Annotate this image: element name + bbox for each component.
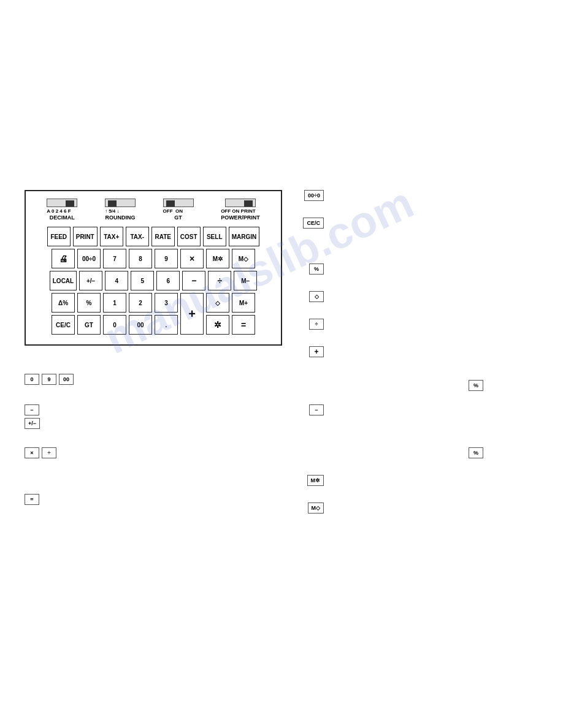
ref-right-percent-button[interactable]: % (309, 264, 324, 275)
plus-minus-button[interactable]: +/− (79, 271, 102, 290)
ref-right-cec: CE/C (303, 218, 324, 229)
00div0-button[interactable]: 00÷0 (77, 249, 101, 268)
ref-right-divide-button[interactable]: ÷ (309, 319, 324, 330)
switch-rounding-labels: ↑ 5/4 ↓ (105, 208, 136, 214)
switch-row: A 0 2 4 6 F DECIMAL ↑ 5/4 ↓ ROUNDING OFF… (33, 199, 274, 222)
ref-equals-button[interactable]: = (25, 494, 39, 505)
switch-power: OFF ON PRINT POWER/PRINT (221, 199, 260, 222)
divide-button[interactable]: ÷ (208, 271, 231, 290)
switch-power-label: OFF ON PRINT (221, 208, 255, 214)
mdiamond-button[interactable]: M◇ (232, 249, 255, 268)
ref-multiply-divide-row: × ÷ (25, 447, 56, 458)
margin-button[interactable]: MARGIN (229, 227, 260, 246)
sell-button[interactable]: SELL (203, 227, 226, 246)
switch-decimal-title: DECIMAL (50, 214, 75, 222)
rate-button[interactable]: RATE (151, 227, 175, 246)
button-row-3: LOCAL +/− 4 5 6 − ÷ M− (33, 271, 274, 290)
switch-rounding-title: ROUNDING (105, 214, 135, 222)
ref-far-right-percent: % (469, 380, 483, 391)
mplus-button[interactable]: M+ (232, 293, 255, 313)
double-zero-button[interactable]: 00 (129, 315, 152, 335)
ref-right-00div0: 00÷0 (304, 190, 324, 201)
switch-gt-labels: OFF ON (163, 208, 194, 214)
ref-9-button[interactable]: 9 (42, 374, 56, 385)
multiply-button[interactable]: × (180, 249, 204, 268)
delta-percent-button[interactable]: Δ% (52, 293, 75, 313)
local-button[interactable]: LOCAL (50, 271, 77, 290)
ref-right-00div0-button[interactable]: 00÷0 (304, 190, 324, 201)
percent-button[interactable]: % (77, 293, 101, 313)
decimal-point-button[interactable]: . (155, 315, 178, 335)
five-button[interactable]: 5 (131, 271, 154, 290)
switch-gt-knob (166, 200, 175, 207)
mminus-button[interactable]: M− (234, 271, 257, 290)
cost-button[interactable]: COST (177, 227, 201, 246)
nine-button[interactable]: 9 (155, 249, 178, 268)
switch-decimal: A 0 2 4 6 F DECIMAL (47, 199, 77, 222)
eight-button[interactable]: 8 (129, 249, 152, 268)
ref-right-mdiamond-button[interactable]: M◇ (308, 502, 324, 514)
ref-multiply-button[interactable]: × (25, 447, 39, 458)
ref-plusminus-button[interactable]: +/− (25, 418, 40, 429)
printer-icon-button[interactable]: 🖨 (52, 249, 75, 268)
zero-button[interactable]: 0 (103, 315, 126, 335)
minus-button[interactable]: − (182, 271, 205, 290)
ref-far-right-percent2: % (469, 447, 483, 458)
calculator-diagram: A 0 2 4 6 F DECIMAL ↑ 5/4 ↓ ROUNDING OFF… (25, 190, 282, 346)
ref-equals-row: = (25, 494, 39, 505)
switch-gt-label: OFF ON (163, 208, 183, 214)
switch-power-knob (244, 200, 253, 207)
switch-gt-title: GT (174, 214, 182, 222)
cec-button[interactable]: CE/C (52, 315, 75, 335)
equals-button[interactable]: = (232, 315, 255, 335)
ref-0-button[interactable]: 0 (25, 374, 39, 385)
ref-right-minus: − (309, 404, 324, 415)
switch-power-labels: OFF ON PRINT (221, 208, 260, 214)
ref-right-cec-button[interactable]: CE/C (303, 218, 324, 229)
ref-right-diamond: ◇ (309, 291, 324, 302)
ref-right-mstar-button[interactable]: M✲ (307, 475, 324, 486)
ref-right-diamond-button[interactable]: ◇ (309, 291, 324, 302)
switch-rounding: ↑ 5/4 ↓ ROUNDING (105, 199, 136, 222)
ref-far-right-percent2-button[interactable]: % (469, 447, 483, 458)
switch-power-slider[interactable] (225, 199, 256, 207)
two-button[interactable]: 2 (129, 293, 152, 313)
four-button[interactable]: 4 (105, 271, 128, 290)
switch-gt: OFF ON GT (163, 199, 194, 222)
switch-rounding-label: ↑ 5/4 ↓ (105, 208, 120, 214)
switch-rounding-knob (108, 200, 117, 207)
ref-right-plus-button[interactable]: + (309, 346, 324, 357)
ref-minus-button[interactable]: − (25, 404, 39, 415)
switch-decimal-labels: A 0 2 4 6 F (47, 208, 77, 214)
three-button[interactable]: 3 (155, 293, 178, 313)
switch-rounding-slider[interactable] (105, 199, 136, 207)
tax-plus-button[interactable]: TAX+ (100, 227, 123, 246)
diamond-button[interactable]: ◇ (206, 293, 229, 313)
ref-right-mstar: M✲ (307, 475, 324, 486)
ref-right-mdiamond: M◇ (308, 502, 324, 514)
switch-decimal-slider[interactable] (47, 199, 77, 207)
button-row-4: Δ% % 1 2 3 (52, 293, 178, 313)
switch-decimal-label: A 0 2 4 6 F (47, 208, 71, 214)
plus-button[interactable]: + (180, 293, 204, 335)
switch-power-title: POWER/PRINT (221, 214, 260, 222)
switch-gt-slider[interactable] (163, 199, 194, 207)
button-row-1: FEED PRINT TAX+ TAX- RATE COST SELL MARG… (33, 227, 274, 246)
seven-button[interactable]: 7 (103, 249, 126, 268)
one-button[interactable]: 1 (103, 293, 126, 313)
star-button[interactable]: ✲ (206, 315, 229, 335)
tax-minus-button[interactable]: TAX- (126, 227, 149, 246)
mstar-button[interactable]: M✲ (206, 249, 229, 268)
print-button[interactable]: PRINT (73, 227, 98, 246)
gt-button[interactable]: GT (77, 315, 101, 335)
ref-00-button[interactable]: 00 (59, 374, 74, 385)
ref-far-right-percent-button[interactable]: % (469, 380, 483, 391)
ref-right-plus: + (309, 346, 324, 357)
button-row-2: 🖨 00÷0 7 8 9 × M✲ M◇ (33, 249, 274, 268)
ref-divide-button[interactable]: ÷ (42, 447, 56, 458)
ref-right-minus-button[interactable]: − (309, 404, 324, 415)
ref-right-divide: ÷ (309, 319, 324, 330)
six-button[interactable]: 6 (156, 271, 180, 290)
ref-right-percent: % (309, 264, 324, 275)
feed-button[interactable]: FEED (47, 227, 71, 246)
